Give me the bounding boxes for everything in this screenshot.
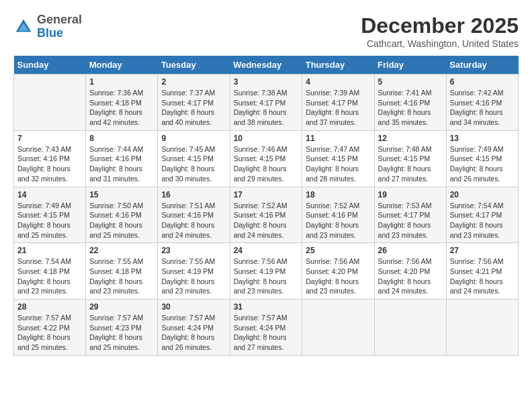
day-number: 1 bbox=[89, 77, 154, 87]
day-number: 3 bbox=[234, 77, 299, 87]
day-info: Sunrise: 7:56 AMSunset: 4:20 PMDaylight:… bbox=[306, 257, 370, 296]
calendar-cell: 31Sunrise: 7:57 AMSunset: 4:24 PMDayligh… bbox=[230, 300, 302, 356]
day-number: 19 bbox=[378, 190, 443, 199]
calendar-cell: 29Sunrise: 7:57 AMSunset: 4:23 PMDayligh… bbox=[86, 300, 158, 356]
calendar-cell: 25Sunrise: 7:56 AMSunset: 4:20 PMDayligh… bbox=[302, 243, 374, 300]
logo-blue: Blue bbox=[37, 27, 82, 40]
day-number: 24 bbox=[234, 246, 299, 255]
calendar-cell: 9Sunrise: 7:45 AMSunset: 4:15 PMDaylight… bbox=[158, 130, 230, 187]
day-info: Sunrise: 7:47 AMSunset: 4:15 PMDaylight:… bbox=[306, 144, 370, 184]
day-number: 11 bbox=[306, 134, 370, 143]
calendar-cell: 20Sunrise: 7:54 AMSunset: 4:17 PMDayligh… bbox=[446, 187, 518, 243]
calendar-cell bbox=[446, 300, 518, 356]
calendar-cell bbox=[14, 75, 86, 131]
day-info: Sunrise: 7:56 AMSunset: 4:19 PMDaylight:… bbox=[234, 257, 299, 296]
calendar-week-row: 14Sunrise: 7:49 AMSunset: 4:15 PMDayligh… bbox=[14, 187, 519, 243]
calendar-cell: 3Sunrise: 7:38 AMSunset: 4:17 PMDaylight… bbox=[230, 75, 302, 131]
calendar-cell: 7Sunrise: 7:43 AMSunset: 4:16 PMDaylight… bbox=[14, 130, 86, 187]
day-number: 29 bbox=[89, 302, 154, 312]
calendar-cell: 16Sunrise: 7:51 AMSunset: 4:16 PMDayligh… bbox=[158, 187, 230, 243]
day-info: Sunrise: 7:52 AMSunset: 4:16 PMDaylight:… bbox=[234, 201, 299, 240]
day-number: 31 bbox=[234, 302, 299, 312]
day-number: 27 bbox=[450, 246, 515, 255]
day-number: 17 bbox=[234, 190, 299, 199]
calendar-cell: 19Sunrise: 7:53 AMSunset: 4:17 PMDayligh… bbox=[374, 187, 446, 243]
day-header-friday: Friday bbox=[374, 56, 446, 75]
day-number: 22 bbox=[89, 246, 154, 255]
calendar-cell: 23Sunrise: 7:55 AMSunset: 4:19 PMDayligh… bbox=[158, 243, 230, 300]
day-number: 25 bbox=[306, 246, 370, 255]
day-info: Sunrise: 7:48 AMSunset: 4:15 PMDaylight:… bbox=[378, 144, 443, 184]
day-info: Sunrise: 7:49 AMSunset: 4:15 PMDaylight:… bbox=[450, 144, 515, 184]
calendar-cell: 10Sunrise: 7:46 AMSunset: 4:15 PMDayligh… bbox=[230, 130, 302, 187]
day-info: Sunrise: 7:57 AMSunset: 4:22 PMDaylight:… bbox=[17, 313, 82, 353]
day-number: 13 bbox=[450, 134, 515, 143]
calendar-week-row: 1Sunrise: 7:36 AMSunset: 4:18 PMDaylight… bbox=[14, 75, 519, 131]
day-info: Sunrise: 7:45 AMSunset: 4:15 PMDaylight:… bbox=[161, 144, 226, 184]
day-number: 7 bbox=[17, 134, 82, 143]
day-info: Sunrise: 7:57 AMSunset: 4:24 PMDaylight:… bbox=[234, 313, 299, 353]
day-info: Sunrise: 7:55 AMSunset: 4:18 PMDaylight:… bbox=[89, 257, 154, 296]
logo-general: General bbox=[37, 13, 82, 27]
day-number: 16 bbox=[161, 190, 226, 199]
calendar-cell: 27Sunrise: 7:56 AMSunset: 4:21 PMDayligh… bbox=[446, 243, 518, 300]
day-header-monday: Monday bbox=[86, 56, 158, 75]
calendar-week-row: 21Sunrise: 7:54 AMSunset: 4:18 PMDayligh… bbox=[14, 243, 519, 300]
day-info: Sunrise: 7:53 AMSunset: 4:17 PMDaylight:… bbox=[378, 201, 443, 240]
day-info: Sunrise: 7:37 AMSunset: 4:17 PMDaylight:… bbox=[161, 88, 226, 128]
calendar-cell: 30Sunrise: 7:57 AMSunset: 4:24 PMDayligh… bbox=[158, 300, 230, 356]
logo: General Blue bbox=[13, 13, 82, 40]
calendar-cell bbox=[374, 300, 446, 356]
calendar-week-row: 7Sunrise: 7:43 AMSunset: 4:16 PMDaylight… bbox=[14, 130, 519, 187]
calendar-cell: 15Sunrise: 7:50 AMSunset: 4:16 PMDayligh… bbox=[86, 187, 158, 243]
day-number: 30 bbox=[161, 302, 226, 312]
logo-text: General Blue bbox=[37, 13, 82, 40]
day-header-sunday: Sunday bbox=[14, 56, 86, 75]
logo-icon bbox=[13, 17, 34, 37]
day-info: Sunrise: 7:46 AMSunset: 4:15 PMDaylight:… bbox=[234, 144, 299, 184]
day-number: 2 bbox=[161, 77, 226, 87]
day-info: Sunrise: 7:54 AMSunset: 4:17 PMDaylight:… bbox=[450, 201, 515, 240]
day-number: 28 bbox=[17, 302, 82, 312]
day-number: 14 bbox=[17, 190, 82, 199]
day-info: Sunrise: 7:43 AMSunset: 4:16 PMDaylight:… bbox=[17, 144, 82, 184]
calendar-cell: 24Sunrise: 7:56 AMSunset: 4:19 PMDayligh… bbox=[230, 243, 302, 300]
page-header: General Blue December 2025 Cathcart, Was… bbox=[13, 13, 519, 49]
calendar-table: SundayMondayTuesdayWednesdayThursdayFrid… bbox=[13, 56, 519, 356]
calendar-cell: 17Sunrise: 7:52 AMSunset: 4:16 PMDayligh… bbox=[230, 187, 302, 243]
day-info: Sunrise: 7:52 AMSunset: 4:16 PMDaylight:… bbox=[306, 201, 370, 240]
day-number: 20 bbox=[450, 190, 515, 199]
calendar-cell: 12Sunrise: 7:48 AMSunset: 4:15 PMDayligh… bbox=[374, 130, 446, 187]
day-info: Sunrise: 7:55 AMSunset: 4:19 PMDaylight:… bbox=[161, 257, 226, 296]
day-info: Sunrise: 7:42 AMSunset: 4:16 PMDaylight:… bbox=[450, 88, 515, 128]
day-info: Sunrise: 7:38 AMSunset: 4:17 PMDaylight:… bbox=[234, 88, 299, 128]
day-number: 4 bbox=[306, 77, 370, 87]
calendar-cell: 14Sunrise: 7:49 AMSunset: 4:15 PMDayligh… bbox=[14, 187, 86, 243]
day-info: Sunrise: 7:56 AMSunset: 4:20 PMDaylight:… bbox=[378, 257, 443, 296]
day-number: 23 bbox=[161, 246, 226, 255]
calendar-cell: 4Sunrise: 7:39 AMSunset: 4:17 PMDaylight… bbox=[302, 75, 374, 131]
day-header-tuesday: Tuesday bbox=[158, 56, 230, 75]
calendar-cell: 26Sunrise: 7:56 AMSunset: 4:20 PMDayligh… bbox=[374, 243, 446, 300]
day-number: 21 bbox=[17, 246, 82, 255]
calendar-cell: 13Sunrise: 7:49 AMSunset: 4:15 PMDayligh… bbox=[446, 130, 518, 187]
calendar-cell: 28Sunrise: 7:57 AMSunset: 4:22 PMDayligh… bbox=[14, 300, 86, 356]
day-header-wednesday: Wednesday bbox=[230, 56, 302, 75]
day-info: Sunrise: 7:36 AMSunset: 4:18 PMDaylight:… bbox=[89, 88, 154, 128]
day-header-row: SundayMondayTuesdayWednesdayThursdayFrid… bbox=[14, 56, 519, 75]
day-number: 5 bbox=[378, 77, 443, 87]
calendar-cell: 11Sunrise: 7:47 AMSunset: 4:15 PMDayligh… bbox=[302, 130, 374, 187]
day-info: Sunrise: 7:57 AMSunset: 4:24 PMDaylight:… bbox=[161, 313, 226, 353]
title-block: December 2025 Cathcart, Washington, Unit… bbox=[361, 13, 519, 49]
day-info: Sunrise: 7:56 AMSunset: 4:21 PMDaylight:… bbox=[450, 257, 515, 296]
day-info: Sunrise: 7:39 AMSunset: 4:17 PMDaylight:… bbox=[306, 88, 370, 128]
day-info: Sunrise: 7:49 AMSunset: 4:15 PMDaylight:… bbox=[17, 201, 82, 240]
calendar-cell bbox=[302, 300, 374, 356]
day-header-thursday: Thursday bbox=[302, 56, 374, 75]
calendar-cell: 18Sunrise: 7:52 AMSunset: 4:16 PMDayligh… bbox=[302, 187, 374, 243]
day-number: 8 bbox=[89, 134, 154, 143]
day-number: 10 bbox=[234, 134, 299, 143]
day-number: 12 bbox=[378, 134, 443, 143]
calendar-cell: 6Sunrise: 7:42 AMSunset: 4:16 PMDaylight… bbox=[446, 75, 518, 131]
day-info: Sunrise: 7:50 AMSunset: 4:16 PMDaylight:… bbox=[89, 201, 154, 240]
